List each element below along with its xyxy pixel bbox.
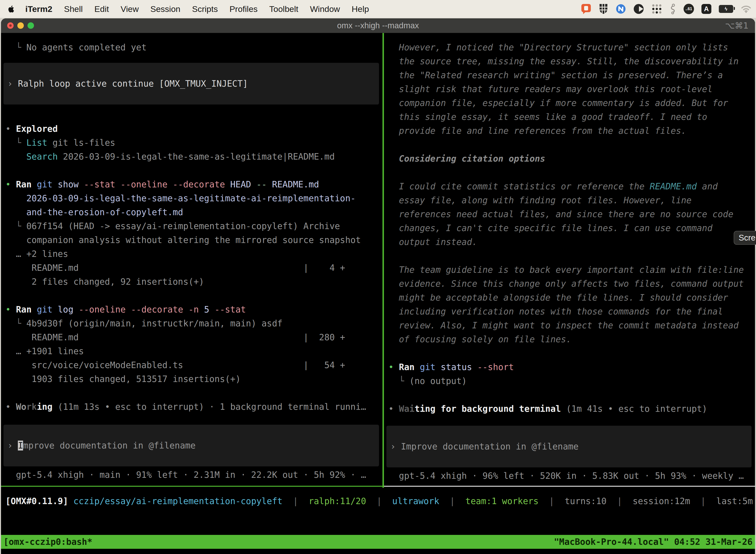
text-segment: -- — [256, 179, 272, 189]
text-segment: companion analysis without altering the … — [5, 235, 361, 245]
chat-bubble-icon[interactable] — [581, 3, 591, 14]
text-segment: • — [5, 179, 16, 189]
text-segment: ultrawork — [392, 496, 439, 506]
spacer — [5, 54, 382, 63]
letter-a-icon[interactable]: A — [701, 4, 711, 14]
text-segment: 2 files changed, 92 insertions(+) — [5, 277, 204, 287]
menu-item-view[interactable]: View — [121, 4, 139, 14]
spacer — [388, 249, 755, 263]
dark-wedge-icon[interactable] — [633, 4, 644, 14]
text-segment: └ — [388, 376, 409, 386]
menu-items: iTerm2ShellEditViewSessionScriptsProfile… — [25, 4, 369, 14]
blue-lightning-icon[interactable] — [616, 4, 626, 14]
text-segment: gpt-5.4 xhigh · main · 91% left · 2.31M … — [5, 470, 366, 480]
terminal-line: [OMX#0.11.9] cczip/essay/ai-reimplementa… — [5, 494, 755, 508]
text-segment: … +2 lines — [5, 249, 68, 259]
grid-shield-icon[interactable] — [599, 3, 608, 14]
terminal-line: output instead. — [388, 235, 755, 249]
terminal-line: • Waiting for background terminal (1m 41… — [388, 402, 755, 416]
menu-item-toolbelt[interactable]: Toolbelt — [269, 4, 298, 14]
tmux-session-window: [omx-cczip0:bash* — [3, 535, 92, 549]
prompt-input[interactable]: › Improve documentation in @filename — [386, 426, 752, 467]
text-segment: • — [388, 362, 399, 372]
text-segment: changes, I can't cite specific file line… — [388, 223, 712, 233]
menu-item-edit[interactable]: Edit — [94, 4, 109, 14]
text-segment — [68, 496, 73, 506]
prompt-input[interactable]: › Ralph loop active continue [OMX_TMUX_I… — [3, 63, 379, 105]
tmux-pane-right[interactable]: However, I noticed the "Directory Struct… — [384, 33, 755, 487]
text-segment: README.md — [650, 181, 697, 191]
text-segment: Considering citation options — [388, 154, 545, 164]
text-segment: --short — [477, 362, 514, 372]
zoom-button[interactable] — [27, 22, 34, 29]
terminal-line: However, I noticed the "Directory Struct… — [388, 41, 755, 54]
text-segment: • — [5, 124, 16, 134]
tmux-pane-left[interactable]: └ No agents completed yet› Ralph loop ac… — [1, 33, 382, 487]
screen-share-overlay[interactable]: Scre — [734, 231, 756, 245]
terminal-line: • Ran git status --short — [388, 360, 755, 374]
menu-item-help[interactable]: Help — [352, 4, 369, 14]
text-segment — [32, 179, 37, 189]
wifi-icon[interactable] — [741, 5, 752, 13]
window-title-bar[interactable]: omx --xhigh --madmax ⌥⌘1 — [1, 18, 755, 33]
menu-item-iterm2[interactable]: iTerm2 — [25, 4, 52, 14]
menu-item-profiles[interactable]: Profiles — [230, 4, 257, 14]
text-segment: › — [7, 441, 18, 450]
prompt-input[interactable]: › Improve documentation in @filename — [3, 425, 379, 466]
battery-icon[interactable]: ϟ — [719, 5, 733, 13]
text-segment: | — [607, 496, 632, 506]
terminal-line: Search 2026-03-09-is-legal-the-same-as-l… — [5, 150, 382, 164]
spacer — [388, 138, 755, 152]
dots-grid-icon[interactable] — [651, 3, 662, 14]
spacer — [5, 414, 382, 425]
iterm2-window: omx --xhigh --madmax ⌥⌘1 └ No agents com… — [1, 18, 755, 554]
menu-item-shell[interactable]: Shell — [64, 4, 83, 14]
text-segment: (no output) — [409, 376, 467, 386]
terminal-line: • Working (11m 13s • esc to interrupt) ·… — [5, 400, 382, 414]
text-segment: HEAD — [225, 179, 256, 189]
menu-item-session[interactable]: Session — [150, 4, 180, 14]
terminal-line: • Ran git show --stat --oneline --decora… — [5, 177, 382, 191]
apple-logo-icon[interactable] — [7, 4, 15, 14]
close-button[interactable] — [7, 22, 14, 29]
terminal-line: … +1901 lines — [5, 344, 382, 358]
text-segment: • — [5, 304, 16, 315]
text-segment: I could cite commit statistics or refere… — [388, 181, 650, 191]
terminal-line: › Improve documentation in @filename — [7, 439, 196, 452]
terminal-line: └ List git ls-files — [5, 136, 382, 150]
terminal-line: README.md | 4 + — [5, 261, 382, 275]
terminal-line: src/voice/voiceModeEnabled.ts | 54 + — [5, 358, 382, 372]
minimize-button[interactable] — [17, 22, 24, 29]
text-segment: this single essay, it seems like a good … — [388, 112, 707, 122]
text-segment: mprove documentation in @filename — [23, 441, 195, 450]
text-segment: log — [53, 304, 79, 315]
text-segment: Wai — [399, 404, 415, 414]
text-segment: README.md | 280 + — [5, 332, 345, 342]
text-segment: README.md — [272, 179, 319, 189]
menu-item-scripts[interactable]: Scripts — [192, 4, 218, 14]
squiggle-icon[interactable] — [670, 3, 676, 14]
spacer — [388, 346, 755, 360]
terminal-line: including verification notes with those … — [388, 304, 755, 319]
text-segment: | — [539, 496, 565, 506]
omx-status-line: [OMX#0.11.9] cczip/essay/ai-reimplementa… — [1, 494, 755, 508]
terminal-line: the source tree, missing the essay. Stil… — [388, 54, 755, 68]
spacer — [5, 164, 382, 177]
terminal-line: 1903 files changed, 513517 insertions(+) — [5, 372, 382, 386]
text-segment: (1m 41s • esc to interrupt) — [561, 404, 707, 414]
text-segment: … +1901 lines — [5, 346, 84, 356]
terminal-line: 2026-03-09-is-legal-the-same-as-legitima… — [5, 191, 382, 205]
text-segment: output instead. — [388, 237, 477, 247]
badge-61-icon[interactable]: ..61 — [684, 4, 694, 14]
terminal-line: README.md | 280 + — [5, 330, 382, 344]
text-segment: last:5m ago — [716, 496, 755, 506]
text-segment: src/voice/voiceModeEnabled.ts | 54 + — [5, 360, 345, 370]
text-segment: gpt-5.4 xhigh · 96% left · 520K in · 5.8… — [388, 471, 744, 481]
menu-item-window[interactable]: Window — [310, 4, 340, 14]
terminal-line: └ (no output) — [388, 374, 755, 388]
text-segment — [415, 362, 420, 372]
terminal-content: └ No agents completed yet› Ralph loop ac… — [1, 33, 755, 554]
text-segment: No agents completed yet — [26, 43, 146, 52]
text-segment: The team guideline is to back every impo… — [388, 265, 744, 275]
terminal-line: provide file and line references from th… — [388, 124, 755, 138]
